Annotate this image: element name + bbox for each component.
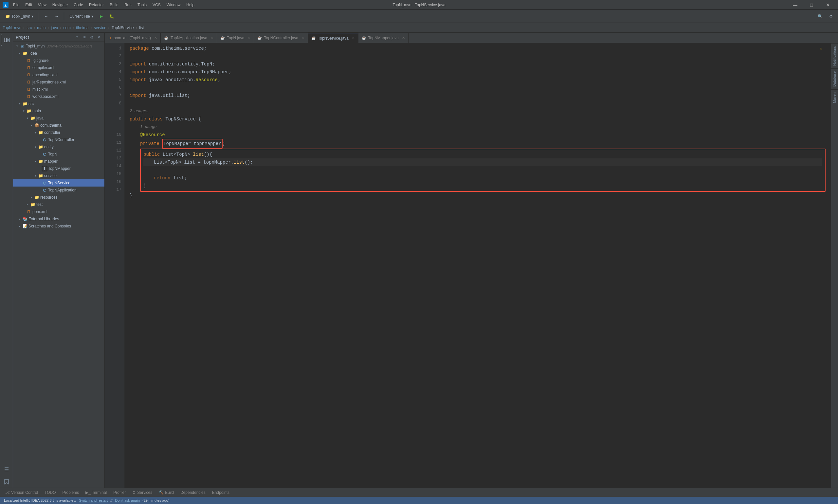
run-icon: ▶ (100, 14, 103, 19)
sync-action[interactable]: ⟳ (74, 34, 80, 40)
bottom-tab-profiler[interactable]: Profiler (111, 489, 128, 497)
search-everywhere-button[interactable]: 🔍 (815, 12, 825, 21)
tree-item-jar-xml[interactable]: 🗒 jarRepositories.xml (13, 78, 104, 86)
menu-tools[interactable]: Tools (135, 2, 149, 8)
navigate-forward-button[interactable]: → (52, 12, 61, 21)
tree-item-gitignore[interactable]: 🗒 .gitignore (13, 57, 104, 64)
breadcrumb-com[interactable]: com (63, 25, 71, 30)
breadcrumb-itheima[interactable]: itheima (76, 25, 89, 30)
bottom-tab-terminal[interactable]: ▶_ Terminal (83, 489, 109, 497)
tab-topnservice[interactable]: ☕ TopNService.java ✕ (308, 33, 358, 43)
tree-item-mapper[interactable]: ▾ 📁 mapper (13, 158, 104, 165)
tab-close-mapper[interactable]: ✕ (402, 36, 405, 40)
navigate-back-button[interactable]: ← (41, 12, 51, 21)
tree-item-topnservice[interactable]: C TopNService (13, 179, 104, 186)
tab-topnapplication[interactable]: ☕ TopNApplication.java ✕ (161, 33, 217, 43)
tree-item-resources[interactable]: ▸ 📁 resources (13, 194, 104, 201)
maven-panel-tab[interactable]: Maven (831, 89, 838, 106)
tree-item-test[interactable]: ▸ 📁 test (13, 201, 104, 208)
run-config-dropdown[interactable]: Current File ▾ (67, 12, 96, 21)
breadcrumb-topnmvn[interactable]: TopN_mvn (3, 25, 21, 30)
database-panel-tab[interactable]: Database (831, 68, 838, 89)
tree-item-controller[interactable]: ▾ 📁 controller (13, 129, 104, 136)
settings-button[interactable]: ⚙ (826, 12, 835, 21)
breadcrumb-main[interactable]: main (37, 25, 46, 30)
bottom-tab-dependencies[interactable]: Dependencies (178, 489, 208, 497)
tree-item-encodings-xml[interactable]: 🗒 encodings.xml (13, 71, 104, 78)
bottom-tab-endpoints[interactable]: Endpoints (210, 489, 232, 497)
menu-run[interactable]: Run (122, 2, 134, 8)
breadcrumb-java[interactable]: java (51, 25, 58, 30)
menu-code[interactable]: Code (71, 2, 86, 8)
tree-item-extlibs[interactable]: ▸ 📚 External Libraries (13, 215, 104, 222)
breadcrumb-topnservice[interactable]: TopNService (112, 25, 134, 30)
bottom-tab-todo[interactable]: TODO (42, 489, 58, 497)
dont-ask-link[interactable]: Don't ask again (115, 499, 140, 502)
tab-topn[interactable]: ☕ TopN.java ✕ (217, 33, 254, 43)
code-editor[interactable]: package com.itheima.service; import com.… (124, 43, 831, 488)
tree-item-topn[interactable]: C TopN (13, 150, 104, 158)
tree-item-idea[interactable]: ▾ 📁 .idea (13, 50, 104, 57)
highlighted-private-field: TopNMapper topnMapper (162, 139, 222, 148)
tab-icon-controller: ☕ (257, 36, 262, 40)
tree-item-misc-xml[interactable]: 🗒 misc.xml (13, 86, 104, 93)
menu-help[interactable]: Help (184, 2, 197, 8)
bottom-tab-build[interactable]: 🔨 Build (156, 489, 176, 497)
breadcrumb-src[interactable]: src (26, 25, 32, 30)
collapse-action[interactable]: ≡ (82, 34, 87, 40)
bottom-tab-versioncontrol[interactable]: ⎇ Version Control (3, 489, 40, 497)
bookmarks-sidebar-icon[interactable] (1, 476, 13, 488)
project-sidebar-icon[interactable] (1, 34, 13, 46)
tab-topnmapper[interactable]: ☕ TopNMapper.java ✕ (358, 33, 409, 43)
tab-close-service[interactable]: ✕ (352, 36, 355, 40)
tab-close-app[interactable]: ✕ (211, 36, 213, 40)
tree-item-service[interactable]: ▾ 📁 service (13, 172, 104, 179)
tree-item-compiler-xml[interactable]: 🗒 compiler.xml (13, 64, 104, 71)
notifications-panel-tab[interactable]: Notifications (831, 43, 838, 68)
switch-restart-link[interactable]: Switch and restart (79, 499, 108, 502)
tab-close-pomxml[interactable]: ✕ (154, 36, 157, 40)
tab-pomxml[interactable]: 🗒 pom.xml (TopN_mvn) ✕ (105, 33, 161, 43)
keyword-public-2: public (143, 152, 160, 157)
tree-item-pomxml[interactable]: 🗒 pom.xml (13, 208, 104, 215)
tree-item-topnmapper[interactable]: I TopNMapper (13, 165, 104, 172)
breadcrumb-service[interactable]: service (94, 25, 106, 30)
info-bar: Localized IntelliJ IDEA 2022.3.3 is avai… (0, 497, 838, 504)
menu-refactor[interactable]: Refactor (86, 2, 106, 8)
breadcrumb-list[interactable]: list (139, 25, 144, 30)
run-button[interactable]: ▶ (97, 12, 105, 21)
menu-edit[interactable]: Edit (22, 2, 35, 8)
menu-window[interactable]: Window (164, 2, 183, 8)
menu-build[interactable]: Build (107, 2, 121, 8)
tree-item-comitheima[interactable]: ▾ 📦 com.itheima (13, 122, 104, 129)
tab-close-topn[interactable]: ✕ (248, 36, 250, 40)
close-button[interactable]: ✕ (820, 0, 835, 10)
tree-item-entity[interactable]: ▾ 📁 entity (13, 143, 104, 150)
maximize-button[interactable]: □ (804, 0, 819, 10)
tree-item-java[interactable]: ▾ 📁 java (13, 114, 104, 122)
tree-arrow-empty2 (21, 65, 26, 70)
tab-topncontroller[interactable]: ☕ TopNController.java ✕ (254, 33, 308, 43)
settings-action[interactable]: ⚙ (89, 34, 95, 40)
hide-panel-button[interactable]: ✕ (96, 34, 102, 40)
minimize-button[interactable]: — (788, 0, 803, 10)
tree-arrow-empty3 (21, 72, 26, 77)
tree-item-topnapplication[interactable]: C TopNApplication (13, 186, 104, 194)
tree-item-workspace-xml[interactable]: 🗒 workspace.xml (13, 93, 104, 100)
gear-icon: ⚙ (829, 14, 833, 19)
bottom-tab-services[interactable]: ⚙ Services (130, 489, 155, 497)
project-dropdown[interactable]: 📁 TopN_mvn ▾ (3, 12, 36, 21)
tree-item-scratches[interactable]: ▸ 📝 Scratches and Consoles (13, 222, 104, 230)
menu-view[interactable]: View (35, 2, 49, 8)
structure-sidebar-icon[interactable] (1, 464, 13, 475)
debug-button[interactable]: 🐛 (107, 12, 117, 21)
tree-item-topncontroller[interactable]: C TopNController (13, 136, 104, 143)
tab-close-controller[interactable]: ✕ (302, 36, 304, 40)
tree-item-topnmvn[interactable]: ▾ ◉ TopN_mvn D:\MyProgram\bigdata\TopN (13, 42, 104, 50)
menu-navigate[interactable]: Navigate (50, 2, 70, 8)
tree-item-src[interactable]: ▾ 📁 src (13, 100, 104, 107)
bottom-tab-problems[interactable]: Problems (60, 489, 82, 497)
menu-vcs[interactable]: VCS (150, 2, 163, 8)
menu-file[interactable]: File (11, 2, 22, 8)
tree-item-main[interactable]: ▾ 📁 main (13, 107, 104, 114)
